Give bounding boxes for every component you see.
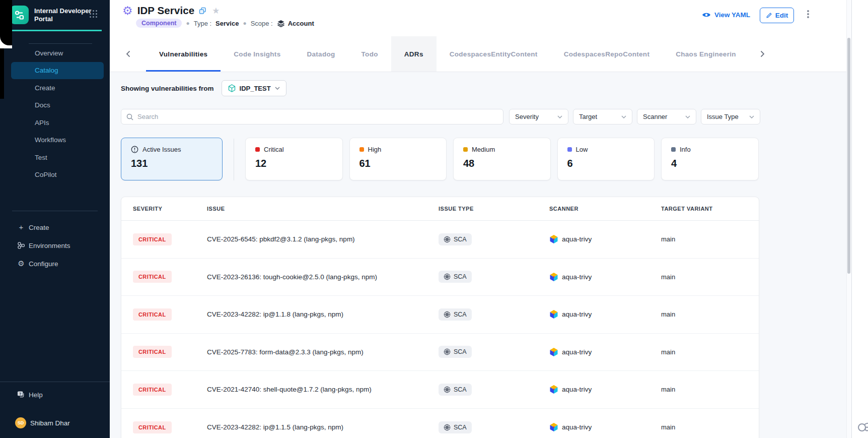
trivy-cube-icon	[549, 347, 558, 357]
filter-dropdown[interactable]: Issue Type	[701, 109, 760, 124]
scanner-name: aqua-trivy	[562, 273, 592, 281]
filter-dropdown[interactable]: Scanner	[637, 109, 696, 124]
sidebar-item-environments[interactable]: Environments	[0, 236, 110, 255]
sidebar-nav-item[interactable]: Workflows	[0, 132, 110, 149]
severity-card-label: Info	[680, 146, 691, 153]
issue-text: CVE-2023-42282: ip@1.1.5 (lang-pkgs, npm…	[207, 423, 439, 431]
column-severity: SEVERITY	[133, 206, 207, 212]
edit-button[interactable]: Edit	[760, 8, 794, 23]
copy-icon[interactable]	[199, 7, 206, 15]
help-divider	[0, 382, 110, 382]
search-input[interactable]	[137, 113, 498, 120]
tabs-scroll-right-chevron[interactable]	[752, 36, 772, 72]
severity-card-value: 12	[255, 158, 333, 169]
severity-card[interactable]: Low 6	[557, 138, 655, 180]
table-row[interactable]: CRITICAL CVE-2023-42282: ip@1.1.5 (lang-…	[121, 409, 759, 438]
vulnerabilities-panel: Showing vulnerabilities from IDP_TEST	[110, 72, 852, 438]
severity-badge: CRITICAL	[133, 233, 172, 245]
issue-type-badge: SCA	[439, 271, 472, 283]
search-box[interactable]	[121, 109, 503, 124]
favorite-star-icon[interactable]: ★	[212, 6, 220, 16]
user-menu[interactable]: SD Shibam Dhar	[0, 415, 110, 430]
tabs-scroll-left-chevron[interactable]	[118, 36, 138, 72]
tab[interactable]: Vulnerabilities	[146, 36, 221, 72]
view-yaml-button[interactable]: View YAML	[702, 11, 750, 19]
portal-logo-icon	[10, 6, 29, 24]
sidebar-nav-item[interactable]: Catalog	[11, 62, 104, 80]
tab[interactable]: Chaos Engineerin	[663, 36, 749, 72]
table-row[interactable]: CRITICAL CVE-2025-6545: pbkdf2@3.1.2 (la…	[121, 221, 759, 259]
help-button[interactable]: ? Help	[0, 386, 110, 404]
sidebar-nav-item[interactable]: APIs	[0, 114, 110, 132]
issue-type-badge: SCA	[439, 384, 472, 396]
sca-web-icon	[444, 424, 451, 431]
scanner-name: aqua-trivy	[562, 386, 592, 393]
target-variant: main	[661, 348, 759, 356]
scanner-name: aqua-trivy	[562, 310, 592, 318]
vertical-scrollbar[interactable]	[846, 0, 851, 438]
type-value: Service	[215, 20, 239, 27]
trivy-cube-icon	[549, 385, 558, 394]
table-row[interactable]: CRITICAL CVE-2021-42740: shell-quote@1.7…	[121, 371, 759, 409]
severity-card[interactable]: Critical 12	[245, 138, 343, 180]
feedback-widget-icon[interactable]	[856, 419, 868, 434]
table-body: CRITICAL CVE-2025-6545: pbkdf2@3.1.2 (la…	[121, 221, 759, 438]
tab[interactable]: CodespacesRepoContent	[551, 36, 663, 72]
separator-dot: ●	[186, 20, 189, 27]
chevron-down-icon	[685, 115, 690, 118]
active-issues-card[interactable]: Active Issues 131	[121, 138, 223, 180]
sidebar-item-configure[interactable]: ⚙ Configure	[0, 255, 110, 273]
severity-badge: CRITICAL	[133, 421, 172, 433]
issue-type-badge: SCA	[439, 308, 472, 321]
column-target-variant: TARGET VARIANT	[661, 206, 759, 212]
severity-dot	[463, 147, 468, 152]
severity-card[interactable]: High 61	[349, 138, 447, 180]
tab[interactable]: Datadog	[294, 36, 348, 72]
sidebar-section-divider	[12, 211, 98, 211]
chevron-down-icon	[749, 115, 754, 118]
target-variant: main	[661, 423, 759, 431]
tab[interactable]: Code Insights	[221, 36, 294, 72]
apps-grid-icon[interactable]	[90, 10, 98, 19]
chevron-down-icon	[275, 87, 280, 90]
project-select[interactable]: IDP_TEST	[222, 80, 286, 96]
filter-dropdown[interactable]: Target	[573, 109, 632, 124]
issue-type-badge: SCA	[439, 233, 472, 245]
cards-divider	[234, 139, 234, 180]
sca-web-icon	[444, 236, 451, 243]
sidebar-nav-item[interactable]: CoPilot	[0, 166, 110, 184]
project-name: IDP_TEST	[240, 85, 271, 92]
severity-card-label: Critical	[264, 146, 284, 153]
filter-dropdowns: Severity Target Scanner Issue Type	[509, 109, 760, 124]
user-name: Shibam Dhar	[30, 419, 70, 427]
tab[interactable]: Todo	[348, 36, 391, 72]
filter-dropdown[interactable]: Severity	[509, 109, 568, 124]
tab[interactable]: ADRs	[391, 36, 437, 72]
sidebar-nav-item[interactable]: Overview	[0, 44, 110, 62]
tab[interactable]: CodespacesEntityContent	[437, 36, 551, 72]
tabs-list: Vulnerabilities Code Insights Datadog To…	[146, 36, 749, 72]
severity-card-value: 48	[463, 158, 541, 169]
screen-edge-black	[0, 48, 4, 99]
table-row[interactable]: CRITICAL CVE-2025-7783: form-data@2.3.3 …	[121, 334, 759, 371]
more-options-kebab[interactable]	[805, 10, 812, 21]
sidebar-nav-item[interactable]: Test	[0, 149, 110, 166]
severity-card[interactable]: Medium 48	[453, 138, 551, 180]
entity-header: ⚙ IDP Service ★ Component ● Type : Servi…	[110, 0, 852, 36]
severity-card[interactable]: Info 4	[661, 138, 759, 180]
chevron-down-icon	[621, 115, 626, 118]
scrollbar-thumb[interactable]	[847, 38, 850, 274]
sidebar-nav-item[interactable]: Docs	[0, 97, 110, 114]
gear-icon: ⚙	[17, 260, 25, 268]
table-row[interactable]: CRITICAL CVE-2023-26136: tough-cookie@2.…	[121, 259, 759, 296]
showing-label: Showing vulnerabilities from	[121, 85, 214, 92]
pencil-icon	[766, 12, 772, 19]
table-row[interactable]: CRITICAL CVE-2023-42282: ip@1.1.8 (lang-…	[121, 296, 759, 334]
severity-card-label: High	[368, 146, 382, 153]
severity-card-label: Medium	[472, 146, 495, 153]
nodes-icon	[17, 241, 25, 249]
trivy-cube-icon	[549, 422, 558, 432]
sidebar-item-create[interactable]: + Create	[0, 218, 110, 236]
issue-type-badge: SCA	[439, 346, 472, 358]
sidebar-nav-item[interactable]: Create	[0, 79, 110, 97]
